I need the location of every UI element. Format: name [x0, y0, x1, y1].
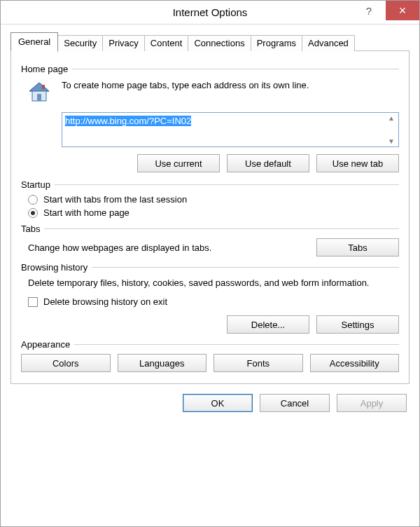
section-homepage: Home page	[21, 64, 399, 74]
appearance-buttons: Colors Languages Fonts Accessibility	[21, 354, 399, 372]
history-delete-on-exit-label: Delete browsing history on exit	[43, 296, 167, 307]
titlebar-buttons: ? ×	[352, 1, 419, 24]
homepage-instruction: To create home page tabs, type each addr…	[62, 80, 399, 90]
home-icon	[27, 80, 52, 105]
homepage-buttons: Use current Use default Use new tab	[62, 154, 399, 172]
section-history: Browsing history	[21, 262, 399, 273]
delete-button[interactable]: Delete...	[227, 315, 309, 334]
ok-button[interactable]: OK	[183, 394, 253, 412]
use-current-button[interactable]: Use current	[137, 154, 220, 172]
section-startup: Startup	[21, 179, 399, 190]
tab-panel-general: Home page To create home page tabs, type…	[10, 50, 410, 384]
window-title: Internet Options	[173, 6, 248, 18]
startup-option-home-page[interactable]: Start with home page	[28, 207, 399, 218]
divider	[74, 344, 399, 345]
titlebar: Internet Options ? ×	[1, 1, 419, 25]
close-button[interactable]: ×	[386, 1, 419, 20]
tab-security[interactable]: Security	[57, 35, 103, 51]
languages-button[interactable]: Languages	[118, 354, 207, 372]
help-button[interactable]: ?	[352, 1, 386, 20]
section-startup-label: Startup	[21, 179, 55, 190]
close-icon: ×	[399, 4, 407, 18]
homepage-url-text: http://www.bing.com/?PC=IN02	[62, 113, 384, 146]
homepage-url-value: http://www.bing.com/?PC=IN02	[65, 116, 191, 126]
use-new-tab-button[interactable]: Use new tab	[316, 154, 399, 172]
history-delete-on-exit[interactable]: Delete browsing history on exit	[28, 296, 399, 307]
tab-programs[interactable]: Programs	[251, 35, 302, 51]
divider	[44, 228, 399, 229]
tabs-desc: Change how webpages are displayed in tab…	[28, 242, 316, 253]
tabs-row: Change how webpages are displayed in tab…	[28, 238, 399, 256]
cancel-button[interactable]: Cancel	[260, 394, 330, 412]
divider	[72, 69, 399, 69]
fonts-button[interactable]: Fonts	[214, 354, 303, 372]
svg-marker-1	[29, 83, 49, 91]
checkbox-icon	[28, 297, 38, 307]
divider	[55, 184, 399, 185]
tab-advanced[interactable]: Advanced	[302, 35, 355, 51]
section-homepage-label: Home page	[21, 64, 72, 74]
history-desc: Delete temporary files, history, cookies…	[28, 277, 399, 289]
help-icon: ?	[366, 5, 372, 17]
scroll-down-icon: ▼	[388, 137, 395, 145]
startup-option-last-session-label: Start with tabs from the last session	[43, 194, 187, 205]
divider	[92, 267, 399, 268]
section-history-label: Browsing history	[21, 262, 92, 273]
section-tabs-label: Tabs	[21, 224, 44, 234]
dialog-content: General Security Privacy Content Connect…	[1, 25, 419, 384]
startup-option-last-session[interactable]: Start with tabs from the last session	[28, 194, 399, 205]
radio-icon	[28, 195, 38, 205]
radio-icon	[28, 208, 38, 218]
tabs-button[interactable]: Tabs	[316, 238, 399, 256]
tabstrip: General Security Privacy Content Connect…	[10, 32, 410, 51]
startup-radio-group: Start with tabs from the last session St…	[28, 194, 399, 218]
homepage-row: To create home page tabs, type each addr…	[27, 80, 399, 105]
section-appearance: Appearance	[21, 339, 399, 350]
startup-option-home-page-label: Start with home page	[43, 207, 130, 218]
svg-rect-3	[42, 85, 45, 89]
tab-general[interactable]: General	[10, 32, 58, 52]
tab-privacy[interactable]: Privacy	[102, 35, 145, 51]
colors-button[interactable]: Colors	[21, 354, 111, 372]
homepage-url-field[interactable]: http://www.bing.com/?PC=IN02 ▲ ▼	[62, 112, 399, 147]
apply-button[interactable]: Apply	[337, 394, 407, 412]
use-default-button[interactable]: Use default	[227, 154, 309, 172]
section-appearance-label: Appearance	[21, 339, 74, 350]
scroll-up-icon: ▲	[388, 114, 395, 122]
svg-rect-2	[37, 94, 41, 101]
section-tabs: Tabs	[21, 224, 399, 234]
settings-button[interactable]: Settings	[316, 315, 399, 334]
accessibility-button[interactable]: Accessibility	[310, 354, 400, 372]
dialog-buttons: OK Cancel Apply	[1, 384, 419, 423]
tab-connections[interactable]: Connections	[188, 35, 251, 51]
history-buttons: Delete... Settings	[21, 315, 399, 334]
tab-content[interactable]: Content	[144, 35, 189, 51]
homepage-url-scrollbar[interactable]: ▲ ▼	[384, 113, 398, 146]
